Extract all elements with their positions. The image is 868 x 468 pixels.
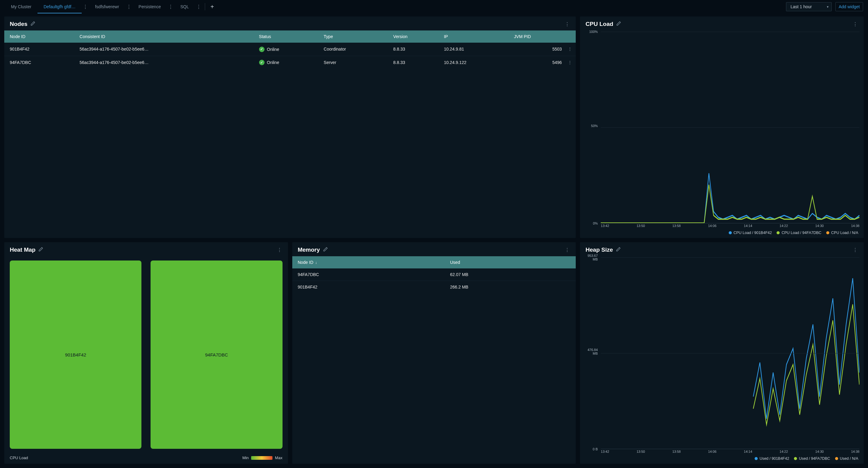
pencil-icon[interactable] <box>616 247 621 253</box>
tab-1[interactable]: Defaultgfh gfdf… <box>37 0 82 13</box>
legend-item[interactable]: Used / 94FA7DBC <box>794 457 830 461</box>
heat-tile[interactable]: 94FA7DBC <box>151 260 282 449</box>
panel-cpu-load: CPU Load ⋮ 100%50%0% 13:4213:5013:5814:0… <box>580 17 864 238</box>
legend-item[interactable]: Used / 901B4F42 <box>755 457 789 461</box>
tab-2[interactable]: fsdfsfwerewr <box>89 0 125 13</box>
column-header[interactable]: IP <box>440 30 510 43</box>
tab-label: My Cluster <box>11 4 31 9</box>
pencil-icon[interactable] <box>616 21 621 27</box>
cell-used: 266.2 MB <box>446 281 576 293</box>
tab-label: fsdfsfwerewr <box>95 4 119 9</box>
row-menu-icon[interactable]: ⋮ <box>568 60 572 65</box>
cell-status: Online <box>255 56 320 69</box>
x-tick: 14:30 <box>815 224 824 229</box>
panel-menu-icon[interactable]: ⋮ <box>852 21 858 27</box>
row-menu-icon[interactable]: ⋮ <box>568 46 572 52</box>
legend-dot-icon <box>755 457 758 460</box>
legend-item[interactable]: CPU Load / 94FA7DBC <box>777 231 822 235</box>
tab-label: SQL <box>180 4 189 9</box>
x-tick: 14:06 <box>708 450 716 455</box>
tab-menu-icon[interactable]: ⋮ <box>82 3 89 10</box>
check-icon <box>259 60 265 65</box>
x-tick: 14:14 <box>744 450 752 455</box>
legend-dot-icon <box>835 457 838 460</box>
add-widget-button[interactable]: Add widget <box>835 2 863 11</box>
panel-memory: Memory ⋮ Node ID↓Used 94FA7DBC62.07 MB90… <box>292 242 576 464</box>
x-tick: 13:58 <box>672 450 681 455</box>
legend-item[interactable]: CPU Load / N/A <box>826 231 858 235</box>
heat-tile[interactable]: 901B4F42 <box>10 260 142 449</box>
panel-heat-map: Heat Map ⋮ 901B4F4294FA7DBC CPU Load Min… <box>4 242 288 464</box>
sort-desc-icon: ↓ <box>315 260 317 265</box>
time-range-select[interactable]: Last 1 hour <box>786 2 832 11</box>
x-tick: 14:22 <box>780 224 788 229</box>
legend-dot-icon <box>826 231 829 234</box>
tab-menu-icon[interactable]: ⋮ <box>167 3 174 10</box>
x-tick: 13:42 <box>601 224 609 229</box>
x-tick: 13:50 <box>637 224 645 229</box>
cell-type: Server <box>320 56 390 69</box>
x-tick: 14:14 <box>744 224 752 229</box>
panel-menu-icon[interactable]: ⋮ <box>564 21 570 27</box>
pencil-icon[interactable] <box>323 247 328 253</box>
cell-status: Online <box>255 43 320 56</box>
column-header[interactable]: Node ID <box>4 30 76 43</box>
x-tick: 13:58 <box>672 224 681 229</box>
column-header[interactable]: Version <box>390 30 440 43</box>
tab-3[interactable]: Persistence <box>132 0 167 13</box>
table-row[interactable]: 94FA7DBC56ac3944-a176-4507-be02-b5ee6…On… <box>4 56 576 69</box>
y-tick: 0 B <box>583 447 598 451</box>
column-header[interactable]: JVM PID <box>510 30 564 43</box>
cell-version: 8.8.33 <box>390 43 440 56</box>
panel-title: Memory <box>298 247 320 253</box>
cell-ip: 10.24.9.122 <box>440 56 510 69</box>
panel-menu-icon[interactable]: ⋮ <box>564 247 570 253</box>
tab-menu-icon[interactable]: ⋮ <box>195 3 203 10</box>
y-tick: 100% <box>583 30 598 33</box>
column-header[interactable]: Consistent ID <box>76 30 255 43</box>
y-tick: 50% <box>583 124 598 128</box>
x-tick: 14:06 <box>708 224 716 229</box>
panel-heap-size: Heap Size ⋮ 953.67 MB476.84 MB0 B 13:421… <box>580 242 864 464</box>
cell-ip: 10.24.9.81 <box>440 43 510 56</box>
cell-jvm-pid: 5503 <box>510 43 564 56</box>
panel-title: Heat Map <box>10 247 35 253</box>
heatmap-metric-label: CPU Load <box>10 456 28 460</box>
chart-series <box>601 185 860 223</box>
chart-series <box>753 304 860 425</box>
heatmap-gradient <box>251 456 273 460</box>
add-tab-icon[interactable]: + <box>205 3 216 10</box>
legend-label: Used / 901B4F42 <box>760 457 789 461</box>
cell-version: 8.8.33 <box>390 56 440 69</box>
panel-menu-icon[interactable]: ⋮ <box>852 247 858 253</box>
table-row[interactable]: 901B4F4256ac3944-a176-4507-be02-b5ee6…On… <box>4 43 576 56</box>
pencil-icon[interactable] <box>30 21 35 27</box>
table-row[interactable]: 94FA7DBC62.07 MB <box>292 269 576 281</box>
cell-node-id: 901B4F42 <box>292 281 446 293</box>
x-tick: 14:38 <box>851 450 860 455</box>
cell-jvm-pid: 5496 <box>510 56 564 69</box>
heatmap-max-label: Max <box>275 456 282 460</box>
tab-strip: My ClusterDefaultgfh gfdf…⋮fsdfsfwerewr⋮… <box>5 0 786 13</box>
column-header[interactable]: Node ID↓ <box>292 256 446 269</box>
table-row[interactable]: 901B4F42266.2 MB <box>292 281 576 293</box>
check-icon <box>259 46 265 52</box>
y-tick: 953.67 MB <box>583 254 598 261</box>
column-header[interactable]: Status <box>255 30 320 43</box>
tab-0[interactable]: My Cluster <box>5 0 37 13</box>
x-tick: 13:42 <box>601 450 609 455</box>
tab-4[interactable]: SQL <box>174 0 195 13</box>
column-header[interactable]: Type <box>320 30 390 43</box>
panel-title: CPU Load <box>586 21 613 27</box>
legend-item[interactable]: Used / N/A <box>835 457 858 461</box>
x-tick: 14:38 <box>851 224 860 229</box>
panel-menu-icon[interactable]: ⋮ <box>276 247 282 253</box>
legend-label: CPU Load / N/A <box>831 231 858 235</box>
column-header[interactable]: Used <box>446 256 576 269</box>
heatmap-min-label: Min <box>242 456 249 460</box>
chart-series <box>601 174 860 223</box>
legend-item[interactable]: CPU Load / 901B4F42 <box>729 231 772 235</box>
pencil-icon[interactable] <box>38 247 43 253</box>
cell-node-id: 94FA7DBC <box>292 269 446 281</box>
tab-menu-icon[interactable]: ⋮ <box>125 3 132 10</box>
